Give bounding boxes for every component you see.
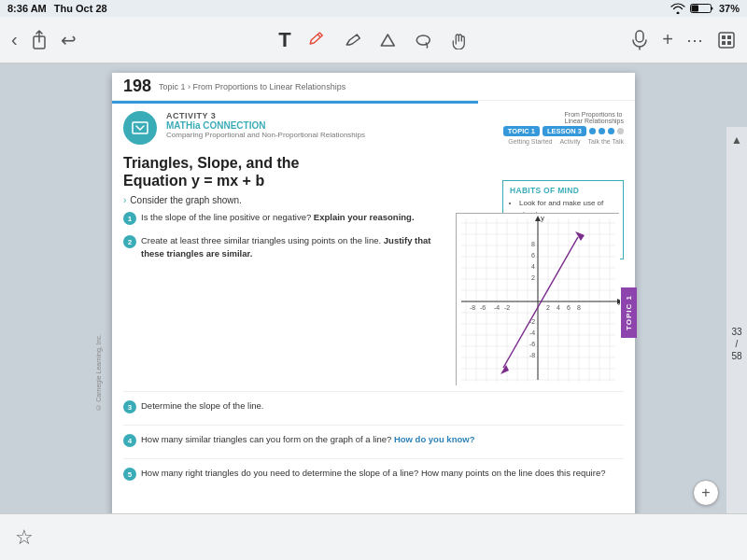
toolbar-center: T (278, 28, 468, 52)
svg-text:x: x (618, 299, 620, 307)
question-4: 4 How many similar triangles can you for… (123, 425, 624, 447)
more-button[interactable]: ⋯ (686, 30, 704, 50)
q4-number: 4 (123, 434, 136, 447)
activity-icon (123, 111, 157, 145)
svg-text:-8: -8 (470, 304, 475, 311)
status-right: 37% (670, 3, 740, 14)
back-button[interactable]: ‹ (11, 29, 18, 50)
hand-button[interactable] (450, 31, 469, 49)
mic-button[interactable] (630, 30, 649, 50)
dot-1 (589, 128, 596, 134)
date: Thu Oct 28 (54, 3, 107, 14)
page: 198 Topic 1 › From Proportions to Linear… (112, 73, 635, 558)
dot-2 (599, 128, 605, 134)
svg-text:-6: -6 (480, 304, 486, 311)
graph-container: x y -8 -6 -4 -2 2 4 6 8 8 6 (456, 213, 619, 385)
svg-text:8: 8 (577, 304, 581, 311)
svg-text:4: 4 (557, 304, 560, 311)
toolbar-right: + ⋯ (630, 29, 736, 50)
svg-text:6: 6 (567, 304, 571, 311)
dot-4 (617, 128, 624, 134)
topic-pill: TOPIC 1 (503, 126, 540, 136)
svg-rect-9 (722, 41, 726, 45)
toolbar: ‹ ↩ T (0, 17, 747, 63)
svg-text:2: 2 (546, 304, 550, 311)
bottom-questions: 3 Determine the slope of the line. 4 How… (112, 387, 635, 496)
svg-text:-6: -6 (529, 341, 535, 347)
breadcrumb: Topic 1 › From Proportions to Linear Rel… (159, 82, 345, 91)
two-column-layout: 1 Is the slope of the line positive or n… (112, 209, 635, 387)
q2-text: Create at least three similar triangles … (141, 234, 448, 259)
question-1: 1 Is the slope of the line positive or n… (123, 211, 448, 225)
svg-text:y: y (541, 214, 544, 222)
eraser-button[interactable] (344, 31, 362, 49)
toolbar-left: ‹ ↩ (11, 29, 77, 51)
battery-pct: 37% (719, 3, 740, 14)
undo-button[interactable]: ↩ (61, 29, 77, 51)
activity-number: ACTIVITY 3 (166, 111, 494, 120)
content-area: 198 Topic 1 › From Proportions to Linear… (0, 63, 747, 560)
svg-rect-6 (719, 33, 734, 48)
svg-text:-2: -2 (504, 304, 510, 311)
page-label-vertical: © Carnegie Learning, Inc. (95, 334, 102, 411)
q5-text: How many right triangles do you need to … (141, 467, 605, 481)
activity-connection: MATHia CONNECTION (166, 120, 494, 131)
lasso-button[interactable] (415, 31, 433, 49)
activity-sub: Comparing Proportional and Non-Proportio… (166, 131, 494, 139)
q4-text: How many similar triangles can you form … (141, 433, 474, 447)
left-column: 1 Is the slope of the line positive or n… (123, 211, 448, 385)
coordinate-graph: x y -8 -6 -4 -2 2 4 6 8 8 6 (457, 214, 620, 386)
right-column: x y -8 -6 -4 -2 2 4 6 8 8 6 (456, 211, 624, 385)
q1-text: Is the slope of the line positive or neg… (141, 211, 415, 225)
svg-rect-1 (691, 6, 698, 12)
consider-text: Consider the graph shown. (130, 195, 242, 205)
wifi-icon (670, 3, 685, 14)
plus-button[interactable]: + (662, 29, 673, 50)
habits-title: HABITS OF MIND (510, 186, 616, 195)
add-button[interactable]: + (693, 480, 719, 506)
bottom-bar: ☆ + (0, 513, 747, 560)
svg-text:6: 6 (531, 252, 535, 259)
lesson-pill: LESSON 3 (543, 126, 586, 136)
scroll-up-button[interactable]: ▲ (727, 131, 746, 149)
page-number: 198 (123, 77, 151, 96)
q5-number: 5 (123, 468, 136, 481)
svg-rect-4 (636, 31, 643, 42)
svg-text:-8: -8 (529, 352, 535, 358)
topic-tab: TOPIC 1 (621, 287, 637, 338)
right-scrollbar: ▲ 33 / 58 ▼ (726, 127, 747, 560)
bookmark-button[interactable]: ☆ (15, 525, 34, 550)
svg-rect-11 (133, 122, 148, 133)
status-bar: 8:36 AM Thu Oct 28 37% (0, 0, 747, 17)
dot-3 (608, 128, 614, 134)
svg-text:2: 2 (531, 274, 535, 281)
q1-number: 1 (123, 212, 136, 225)
svg-text:8: 8 (531, 241, 535, 247)
question-5: 5 How many right triangles do you need t… (123, 458, 624, 481)
text-tool-button[interactable]: T (278, 28, 290, 52)
pages-button[interactable] (717, 31, 736, 49)
svg-rect-8 (727, 35, 731, 39)
svg-rect-10 (727, 41, 731, 45)
pencil-button[interactable] (308, 31, 327, 49)
question-3: 3 Determine the slope of the line. (123, 391, 624, 413)
q3-text: Determine the slope of the line. (141, 399, 264, 413)
svg-text:4: 4 (531, 263, 535, 270)
svg-rect-7 (722, 35, 726, 39)
svg-text:-4: -4 (529, 329, 535, 336)
q2-number: 2 (123, 235, 136, 248)
status-left: 8:36 AM Thu Oct 28 (7, 3, 107, 14)
arrow-icon: › (123, 195, 126, 205)
progress-dots (589, 128, 624, 134)
share-button[interactable] (31, 30, 48, 50)
battery-icon (690, 3, 714, 14)
activity-label: ACTIVITY 3 MATHia CONNECTION Comparing P… (166, 111, 494, 139)
question-2: 2 Create at least three similar triangle… (123, 234, 448, 259)
q3-number: 3 (123, 400, 136, 413)
shape-button[interactable] (379, 31, 398, 49)
activity-header: ACTIVITY 3 MATHia CONNECTION Comparing P… (112, 104, 635, 148)
time: 8:36 AM (7, 3, 47, 14)
page-number-bar: 198 Topic 1 › From Proportions to Linear… (112, 73, 635, 101)
svg-text:-4: -4 (494, 304, 500, 311)
page-counter: 33 / 58 (731, 326, 741, 362)
